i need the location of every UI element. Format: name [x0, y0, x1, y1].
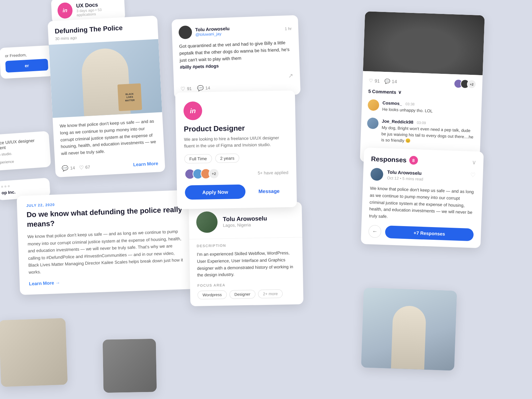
- comment-icon: 💬: [197, 85, 204, 91]
- pug-photo: [363, 11, 485, 75]
- heart-icon: ♡: [181, 85, 186, 92]
- focus-tag-wordpress: Wordpress: [198, 290, 227, 300]
- partial-left-card: or Freedom, er: [0, 45, 54, 79]
- avatar-overlap: +2: [454, 79, 476, 89]
- learn-more-link[interactable]: Learn More →: [29, 280, 60, 286]
- mobile-desc-text: ion studio.: [0, 149, 45, 157]
- post-text: Got quarantined at the vet and had to gi…: [179, 39, 293, 71]
- more-responses-button[interactable]: +7 Responses: [385, 225, 474, 241]
- comment-body-2: Joe_Reddick98 03:09 My dog, Bright won't…: [381, 118, 475, 147]
- pug-image: [363, 11, 485, 75]
- chevron-down-icon: ∨: [398, 89, 402, 95]
- back-button[interactable]: ←: [368, 225, 381, 238]
- comment-avatar-2: [367, 117, 379, 129]
- person-in-image: [391, 305, 427, 369]
- heart-icon: ♡: [79, 164, 84, 171]
- news-body: We know that police don't keep us safe —…: [53, 112, 165, 163]
- user-row: Tolu Arowoselu @toluwani_jay 1 hr: [179, 22, 292, 39]
- job-tag-exp: 2 years: [215, 154, 239, 163]
- applicants-row: +2 5+ have applied: [185, 167, 289, 179]
- partial-button[interactable]: er: [5, 59, 49, 73]
- commenter-1: Cosmos_: [382, 100, 402, 106]
- partial-text: or Freedom,: [5, 52, 48, 59]
- news-image: BLACKLIVESMATTER: [49, 39, 162, 118]
- responses-header: Responses 8 ∨: [371, 155, 476, 167]
- profile-desc: I'm an experienced Skilled Webflow, Word…: [197, 249, 296, 279]
- job-desc: We are looking to hire a freelance UI/UX…: [184, 134, 288, 149]
- comment-icon: 💬: [62, 165, 69, 172]
- avatar: [179, 26, 192, 39]
- likes-count[interactable]: ♡ 91: [368, 78, 380, 83]
- comments-action[interactable]: 💬 14: [197, 84, 210, 91]
- applied-text: 5+ have applied: [258, 170, 288, 176]
- bottom-partial-card: [0, 318, 67, 387]
- comment-time-2: 03:09: [417, 120, 426, 125]
- comment-icon: 💬: [384, 78, 390, 84]
- desc-label: DESCRIPTION: [197, 242, 295, 248]
- small-person-card: [103, 339, 157, 393]
- focus-tag-more[interactable]: 2+ more: [258, 289, 283, 298]
- collapse-icon[interactable]: ∨: [471, 159, 476, 166]
- focus-tags: Wordpress Designer 2+ more: [198, 289, 296, 300]
- user-handle: @toluwani_jay: [195, 31, 230, 37]
- comment-text-2: My dog, Bright won't even need a pep tal…: [381, 125, 475, 147]
- ux-logo: in: [57, 2, 73, 19]
- response-heart-icon[interactable]: ♡: [470, 171, 476, 179]
- avatar-plus: +2: [208, 168, 219, 179]
- mobile-exp-text: experience: [0, 157, 45, 165]
- profile-info: Tolu Arowoselu Lagos, Nigeria: [223, 215, 267, 228]
- response-item: Tolu Arowoselu ♡ Oct 12 • 5 mins read: [370, 168, 476, 184]
- response-avatar: [370, 168, 383, 181]
- job-logo: in: [183, 101, 202, 120]
- partial-image: [0, 318, 67, 387]
- avatar-stack: +2: [185, 168, 217, 180]
- responses-title: Responses: [371, 155, 407, 164]
- comments-count[interactable]: 💬 14: [384, 78, 397, 84]
- bottom-right-image: [361, 288, 457, 371]
- article-title: Do we know what defunding the police rea…: [26, 205, 185, 229]
- focus-tag-designer: Designer: [229, 290, 255, 299]
- commenter-2: Joe_Reddick98: [382, 119, 413, 125]
- share-icon[interactable]: ↗: [288, 72, 294, 79]
- comment-body-1: Cosmos_ 03:38 He looks unhappy tho. LOL: [382, 100, 433, 114]
- profile-section-desc: DESCRIPTION I'm an experienced Skilled W…: [189, 237, 303, 300]
- company-name: op Inc.: [1, 187, 46, 195]
- response-user: Tolu Arowoselu: [387, 169, 422, 176]
- likes-action[interactable]: ♡ 91: [181, 85, 192, 92]
- profile-avatar: [196, 211, 218, 233]
- apply-now-button[interactable]: Apply Now: [185, 185, 246, 200]
- responses-badge: 8: [409, 156, 418, 165]
- comment-item-2: Joe_Reddick98 03:09 My dog, Bright won't…: [360, 114, 481, 149]
- response-text: We know that police don't keep us safe —…: [369, 185, 475, 223]
- cta-row: Apply Now Message: [185, 184, 289, 200]
- user-info: Tolu Arowoselu @toluwani_jay: [195, 26, 230, 37]
- social-right-card: ♡ 91 💬 14 +2 5 Comments ∨ Cosmos_ 03:38 …: [360, 11, 485, 166]
- message-button[interactable]: Message: [249, 188, 289, 194]
- article-card: JULY 22, 2020 Do we know what defunding …: [17, 190, 196, 295]
- job-card: in Product Designer We are looking to hi…: [175, 90, 297, 209]
- article-body: We know that police don't keep us safe —…: [27, 228, 186, 276]
- focus-label: FOCUS AREA: [198, 282, 296, 288]
- post-time: 1 hr: [285, 26, 292, 31]
- learn-more-link[interactable]: Learn More: [133, 161, 158, 168]
- comments-count: 💬 14: [62, 165, 75, 172]
- sign-image: BLACKLIVESMATTER: [117, 83, 142, 111]
- dots-row: [1, 183, 45, 188]
- person-photo: [103, 339, 157, 393]
- beach-image: [361, 288, 457, 371]
- likes-count: ♡ 67: [79, 164, 90, 171]
- job-title: Product Designer: [184, 123, 288, 133]
- job-tag-type: Full Time: [184, 154, 212, 163]
- mobile-freelance-text: ance UI/UX designer fluent: [0, 137, 44, 151]
- job-tags: Full Time 2 years: [184, 153, 288, 163]
- news-actions: 💬 14 ♡ 67: [62, 164, 90, 172]
- comment-text-1: He looks unhappy tho. LOL: [382, 106, 433, 114]
- profile-name: Tolu Arowoselu: [223, 215, 267, 223]
- comment-time-1: 03:38: [405, 102, 415, 106]
- profile-card: Tolu Arowoselu Lagos, Nigeria DESCRIPTIO…: [189, 202, 303, 306]
- response-nav: ← +7 Responses: [368, 225, 474, 241]
- profile-location: Lagos, Nigeria: [223, 222, 267, 228]
- news-card: Defunding The Police 30 mins ago BLACKLI…: [48, 16, 165, 178]
- overlap-badge: +2: [467, 79, 476, 89]
- heart-icon: ♡: [368, 78, 373, 83]
